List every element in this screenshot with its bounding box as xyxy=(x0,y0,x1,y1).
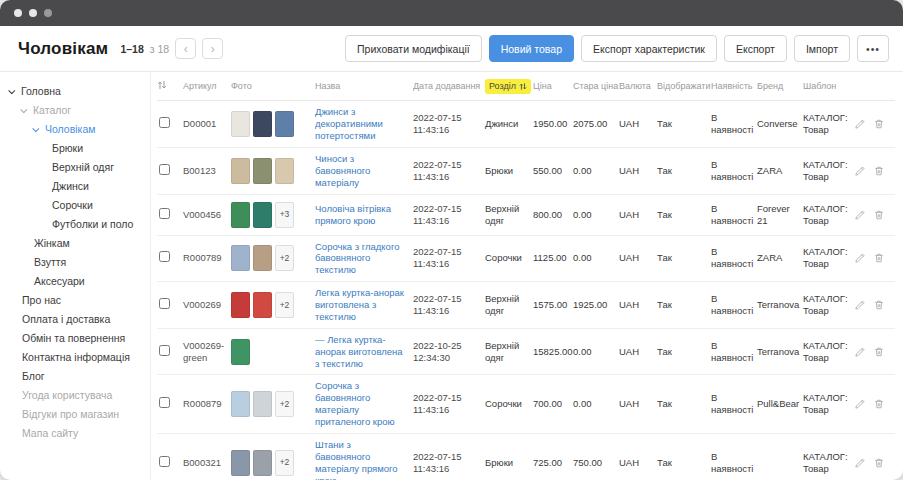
row-checkbox[interactable] xyxy=(159,208,170,219)
product-link[interactable]: Джинси з декоративними потертостями xyxy=(315,106,407,142)
product-link[interactable]: Легка куртка-анорак виготовлена з тексти… xyxy=(315,287,407,323)
edit-icon[interactable] xyxy=(854,118,866,130)
sidebar-item-bloh[interactable]: Блог xyxy=(8,367,146,386)
new-product-button[interactable]: Новий товар xyxy=(489,35,574,62)
edit-icon[interactable] xyxy=(854,252,866,264)
column-header-tsina[interactable]: Ціна xyxy=(533,81,573,92)
sidebar-item-dzhynsy[interactable]: Джинси xyxy=(8,177,146,196)
edit-icon[interactable] xyxy=(854,165,866,177)
column-header-brend[interactable]: Бренд xyxy=(757,81,803,92)
table-sort-icon[interactable] xyxy=(157,80,183,93)
edit-icon[interactable] xyxy=(854,209,866,221)
row-price: 1125.00 xyxy=(533,252,573,264)
sidebar-item-pro-nas[interactable]: Про нас xyxy=(8,291,146,310)
row-visible: Так xyxy=(657,165,711,177)
row-stock: В наявності xyxy=(711,451,757,475)
column-header-foto[interactable]: Фото xyxy=(231,81,315,92)
edit-icon[interactable] xyxy=(854,346,866,358)
row-template-type: КАТАЛОГ: Товар xyxy=(803,392,853,416)
product-link[interactable]: Сорочка з гладкого бавовняного текстилю xyxy=(315,241,407,277)
sidebar-item-holovna[interactable]: Головна xyxy=(8,82,146,101)
export-button[interactable]: Експорт xyxy=(724,35,787,62)
product-link[interactable]: — Легка куртка-анорак виготовлена з текс… xyxy=(315,334,407,370)
product-link[interactable]: Сорочка з бавовняного матеріалу притален… xyxy=(315,380,407,428)
sidebar-item-oplata-i-dostavka[interactable]: Оплата і доставка xyxy=(8,310,146,329)
sidebar-item-futbolky-y-polo[interactable]: Футболки и поло xyxy=(8,215,146,234)
row-price: 800.00 xyxy=(533,209,573,221)
row-photos: +2 xyxy=(231,391,315,417)
column-header-artykul[interactable]: Артикул xyxy=(183,81,231,92)
product-table: Артикул Фото Назва Дата додавання Розділ… xyxy=(150,72,903,480)
sidebar-nav: ГоловнаКаталогЧоловікамБрюкиВерхній одяг… xyxy=(0,72,150,480)
sidebar-item-kataloh[interactable]: Каталог xyxy=(8,101,146,120)
delete-icon[interactable] xyxy=(873,457,885,469)
delete-icon[interactable] xyxy=(873,118,885,130)
sidebar-item-zhinkam[interactable]: Жінкам xyxy=(8,234,146,253)
sidebar-item-cholovikam[interactable]: Чоловікам xyxy=(8,120,146,139)
sidebar-item-obmin-ta-povernennia[interactable]: Обмін та повернення xyxy=(8,329,146,348)
sidebar-item-aksesuary[interactable]: Аксесуари xyxy=(8,272,146,291)
more-photos-badge[interactable]: +3 xyxy=(275,202,294,228)
row-checkbox[interactable] xyxy=(159,117,170,128)
row-date: 2022-07-15 xyxy=(413,246,479,258)
delete-icon[interactable] xyxy=(873,209,885,221)
product-thumb xyxy=(231,245,250,271)
sidebar-item-verkhnii-odiah[interactable]: Верхній одяг xyxy=(8,158,146,177)
row-template-type: КАТАЛОГ: Товар xyxy=(803,203,853,227)
edit-icon[interactable] xyxy=(854,299,866,311)
export-characteristics-button[interactable]: Експорт характеристик xyxy=(581,35,717,62)
delete-icon[interactable] xyxy=(873,299,885,311)
window-control-dot-3[interactable] xyxy=(44,9,52,17)
hide-modifications-button[interactable]: Приховати модифікації xyxy=(345,35,482,62)
app-window: Чоловікам 1–18 з 18 ‹ › Приховати модифі… xyxy=(0,0,903,480)
column-header-naiavnist[interactable]: Наявність xyxy=(711,81,757,92)
column-header-vidobrazhaty[interactable]: Відображати xyxy=(657,81,711,92)
row-checkbox[interactable] xyxy=(159,456,170,467)
chevron-down-icon xyxy=(8,87,15,94)
row-brand: Converse xyxy=(757,118,803,130)
product-link[interactable]: Чиноси з бавовняного матеріалу xyxy=(315,153,407,189)
row-checkbox[interactable] xyxy=(159,251,170,262)
sidebar-item-bryuky[interactable]: Брюки xyxy=(8,139,146,158)
import-button[interactable]: Імпорт xyxy=(794,35,850,62)
row-actions xyxy=(853,118,889,130)
column-header-valiuta[interactable]: Валюта xyxy=(619,81,657,92)
sidebar-item-vidhuky-pro-mahazyn[interactable]: Відгуки про магазин xyxy=(8,405,146,424)
edit-icon[interactable] xyxy=(854,457,866,469)
window-control-dot-2[interactable] xyxy=(29,9,37,17)
column-header-rozdil[interactable]: Розділ xyxy=(485,79,533,94)
column-header-shablon[interactable]: Шаблон xyxy=(803,81,853,92)
sidebar-item-vzuttia[interactable]: Взуття xyxy=(8,253,146,272)
column-header-data-dodavannia[interactable]: Дата додавання xyxy=(413,81,485,92)
delete-icon[interactable] xyxy=(873,165,885,177)
sidebar-item-sorochky[interactable]: Сорочки xyxy=(8,196,146,215)
row-checkbox[interactable] xyxy=(159,298,170,309)
row-photos: +2 xyxy=(231,245,315,271)
pagination-next-button[interactable]: › xyxy=(202,38,223,59)
pagination-prev-button[interactable]: ‹ xyxy=(175,38,196,59)
product-link[interactable]: Чоловіча вітрівка прямого крою xyxy=(315,203,407,227)
row-checkbox[interactable] xyxy=(159,397,170,408)
product-link[interactable]: Штани з бавовняного матеріалу прямого кр… xyxy=(315,439,407,480)
more-photos-badge[interactable]: +2 xyxy=(275,245,294,271)
sidebar-item-uhoda-korystuvacha[interactable]: Угода користувача xyxy=(8,386,146,405)
edit-icon[interactable] xyxy=(854,398,866,410)
more-photos-badge[interactable]: +2 xyxy=(275,292,294,318)
row-section: Сорочки xyxy=(485,252,533,264)
more-actions-button[interactable]: ••• xyxy=(857,35,889,62)
sidebar-item-label: Взуття xyxy=(34,253,66,272)
delete-icon[interactable] xyxy=(873,252,885,264)
more-photos-badge[interactable]: +2 xyxy=(275,391,294,417)
more-photos-badge[interactable]: +2 xyxy=(275,450,294,476)
row-checkbox[interactable] xyxy=(159,164,170,175)
sidebar-item-mapa-saitu[interactable]: Мапа сайту xyxy=(8,424,146,443)
row-checkbox[interactable] xyxy=(159,345,170,356)
table-row: R000789 +2 Сорочка з гладкого бавовняног… xyxy=(157,236,895,283)
sidebar-item-kontaktna-informatsiia[interactable]: Контактна інформація xyxy=(8,348,146,367)
row-visible: Так xyxy=(657,252,711,264)
column-header-stara-tsina[interactable]: Стара ціна xyxy=(573,81,619,92)
window-control-dot-1[interactable] xyxy=(14,9,22,17)
delete-icon[interactable] xyxy=(873,398,885,410)
delete-icon[interactable] xyxy=(873,346,885,358)
column-header-nazva[interactable]: Назва xyxy=(315,81,413,92)
